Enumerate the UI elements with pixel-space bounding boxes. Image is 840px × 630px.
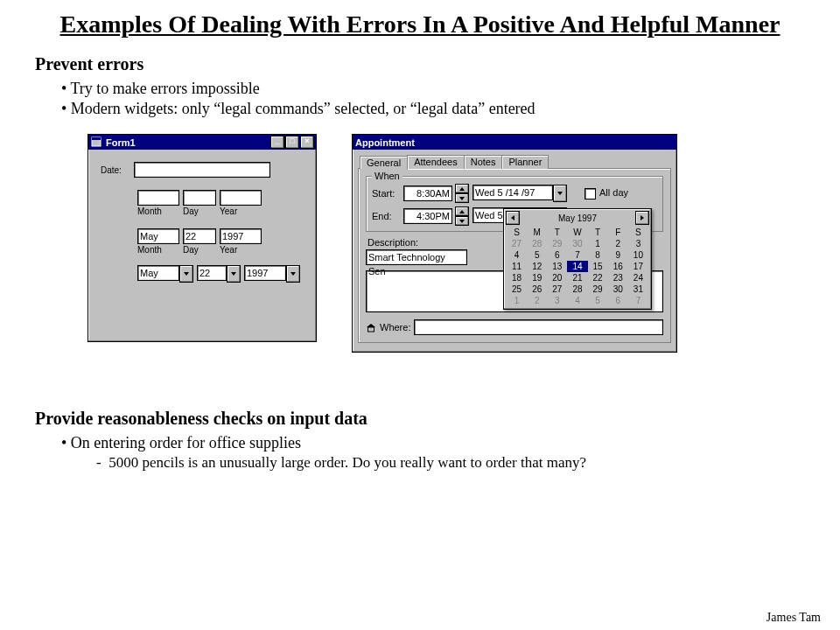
- calendar-day[interactable]: 31: [628, 284, 648, 295]
- form1-title-text: Form1: [106, 137, 136, 148]
- year-combo[interactable]: 1997: [244, 265, 300, 283]
- calendar-day-other[interactable]: 7: [628, 295, 648, 306]
- calendar-day[interactable]: 23: [608, 272, 628, 284]
- calendar-day-other[interactable]: 29: [547, 238, 567, 249]
- bullet-prevent-2: Modern widgets: only “legal commands” se…: [61, 100, 805, 118]
- maximize-button[interactable]: □: [285, 136, 299, 149]
- chevron-down-icon[interactable]: [553, 185, 567, 202]
- tab-planner[interactable]: Planner: [501, 155, 549, 169]
- calendar-day[interactable]: 20: [547, 272, 567, 284]
- calendar-dow: S: [507, 227, 527, 238]
- year-label-2: Year: [220, 245, 262, 255]
- calendar-day-other[interactable]: 4: [567, 295, 587, 306]
- calendar-day[interactable]: 6: [547, 249, 567, 261]
- spin-up-icon[interactable]: [455, 184, 469, 193]
- calendar-day[interactable]: 25: [507, 284, 527, 295]
- footer-author: James Tam: [766, 611, 821, 625]
- chevron-down-icon[interactable]: [286, 265, 300, 283]
- calendar-day[interactable]: 24: [628, 272, 648, 284]
- close-button[interactable]: ×: [300, 136, 314, 149]
- calendar-dow: F: [608, 227, 628, 238]
- calendar-dow: S: [628, 227, 648, 238]
- calendar-day[interactable]: 22: [588, 272, 608, 284]
- calendar-day[interactable]: 4: [507, 249, 527, 261]
- calendar-day[interactable]: 13: [547, 261, 567, 272]
- calendar-day[interactable]: 16: [608, 261, 628, 272]
- form-icon: [91, 136, 102, 149]
- end-time-field[interactable]: 4:30PM: [403, 208, 452, 224]
- date-field[interactable]: [134, 162, 270, 178]
- calendar-prev-button[interactable]: [506, 211, 520, 225]
- month-field-1[interactable]: [137, 190, 179, 206]
- tab-general[interactable]: General: [360, 156, 408, 170]
- month-label-1: Month: [137, 206, 179, 216]
- where-field[interactable]: [414, 319, 663, 335]
- calendar-day[interactable]: 21: [567, 272, 587, 284]
- appointment-title-text: Appointment: [355, 137, 415, 148]
- calendar-day[interactable]: 27: [547, 284, 567, 295]
- calendar-day[interactable]: 9: [608, 249, 628, 261]
- calendar-day[interactable]: 3: [628, 238, 648, 249]
- calendar-day-other[interactable]: 6: [608, 295, 628, 306]
- home-icon: [366, 323, 376, 332]
- start-time-field[interactable]: 8:30AM: [403, 186, 452, 201]
- calendar-day[interactable]: 5: [527, 249, 547, 261]
- calendar-day[interactable]: 30: [608, 284, 628, 295]
- year-field-1[interactable]: [220, 190, 262, 206]
- chevron-down-icon[interactable]: [179, 265, 193, 283]
- chevron-down-icon[interactable]: [227, 265, 241, 283]
- calendar-day[interactable]: 19: [527, 272, 547, 284]
- description-label: Description:: [368, 237, 418, 248]
- calendar-day[interactable]: 17: [628, 261, 648, 272]
- svg-marker-6: [459, 197, 465, 200]
- bullet-checks-1: On entering order for office supplies: [61, 434, 805, 452]
- calendar-day[interactable]: 2: [608, 238, 628, 249]
- allday-checkbox[interactable]: All day: [584, 187, 628, 200]
- minimize-button[interactable]: _: [270, 136, 284, 149]
- start-date-field[interactable]: Wed 5 /14 /97: [472, 185, 553, 200]
- when-legend: When: [372, 171, 402, 181]
- calendar-next-button[interactable]: [635, 211, 649, 225]
- calendar-day[interactable]: 10: [628, 249, 648, 261]
- description-field[interactable]: Smart Technology Sen: [366, 249, 467, 265]
- calendar-day[interactable]: 29: [588, 284, 608, 295]
- calendar-day-other[interactable]: 1: [507, 295, 527, 306]
- calendar-day-other[interactable]: 5: [588, 295, 608, 306]
- month-combo[interactable]: May: [137, 265, 193, 283]
- end-label: End:: [372, 211, 400, 221]
- svg-marker-13: [511, 215, 514, 220]
- calendar-day[interactable]: 1: [588, 238, 608, 249]
- spin-down-icon[interactable]: [455, 216, 469, 226]
- year-field-2[interactable]: 1997: [220, 228, 262, 244]
- calendar-day[interactable]: 26: [527, 284, 547, 295]
- tab-notes[interactable]: Notes: [464, 155, 503, 169]
- calendar-day-other[interactable]: 3: [547, 295, 567, 306]
- calendar-day[interactable]: 28: [567, 284, 587, 295]
- day-field-1[interactable]: [183, 190, 216, 206]
- calendar-day[interactable]: 14: [567, 261, 587, 272]
- tab-attendees[interactable]: Attendees: [407, 155, 465, 169]
- calendar-day-other[interactable]: 27: [507, 238, 527, 249]
- page-title: Examples Of Dealing With Errors In A Pos…: [35, 10, 805, 38]
- month-field-2[interactable]: May: [137, 228, 179, 244]
- calendar-day-other[interactable]: 28: [527, 238, 547, 249]
- svg-marker-11: [367, 324, 375, 327]
- spin-up-icon[interactable]: [455, 206, 469, 216]
- calendar-day-other[interactable]: 30: [567, 238, 587, 249]
- date-label: Date:: [101, 165, 134, 175]
- calendar-day[interactable]: 18: [507, 272, 527, 284]
- calendar-day[interactable]: 12: [527, 261, 547, 272]
- calendar-day[interactable]: 8: [588, 249, 608, 261]
- calendar-day[interactable]: 7: [567, 249, 587, 261]
- day-combo[interactable]: 22: [197, 265, 241, 283]
- day-field-2[interactable]: 22: [183, 228, 216, 244]
- spin-down-icon[interactable]: [455, 193, 469, 203]
- form1-titlebar[interactable]: Form1 _ □ ×: [88, 135, 316, 150]
- calendar-day[interactable]: 11: [507, 261, 527, 272]
- calendar-day-other[interactable]: 2: [527, 295, 547, 306]
- svg-rect-12: [368, 327, 374, 332]
- calendar-day[interactable]: 15: [588, 261, 608, 272]
- day-label-1: Day: [183, 206, 216, 216]
- appointment-tabs: General Attendees Notes Planner: [360, 155, 671, 169]
- appointment-titlebar[interactable]: Appointment: [353, 135, 676, 150]
